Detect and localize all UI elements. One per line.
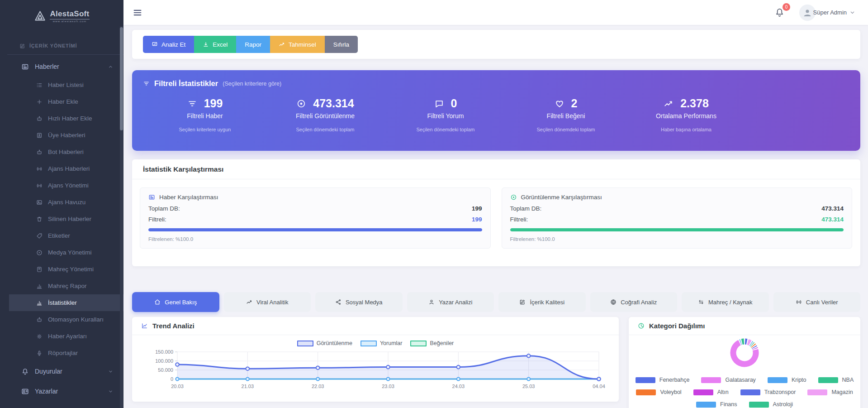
tab-coğrafi-analiz[interactable]: Coğrafi Analiz <box>590 292 678 312</box>
newspaper-icon <box>148 194 155 201</box>
compare-row-value: 199 <box>472 205 482 212</box>
eye-target-icon <box>510 194 517 201</box>
svg-text:21.03: 21.03 <box>242 384 254 389</box>
stat-ortalama-performans: 2.378Ortalama PerformansHaber başına ort… <box>626 97 746 132</box>
sidebar-item-mahreç-yönetimi[interactable]: Mahreç Yönetimi <box>0 261 123 278</box>
legend-altın[interactable]: Altın <box>693 389 729 395</box>
sidebar-item-bot-haberleri[interactable]: Bot Haberleri <box>0 144 123 160</box>
legend-swatch <box>693 389 713 395</box>
filtered-stats-panel: Filtreli İstatistikler (Seçilen kriterle… <box>132 70 860 151</box>
sidebar-item-mahreç-rapor[interactable]: Mahreç Rapor <box>0 278 123 294</box>
hamburger-menu-icon[interactable] <box>133 8 142 18</box>
compare-progress-track <box>148 228 482 231</box>
list-icon <box>36 82 43 88</box>
sidebar-item-i-statistikler[interactable]: İstatistikler <box>9 294 123 311</box>
legend-görüntülenme[interactable]: Görüntülenme <box>297 340 352 346</box>
legend-magazin[interactable]: Magazin <box>807 389 853 395</box>
legend-beğeniler[interactable]: Beğeniler <box>410 340 454 346</box>
sidebar-item-ajans-havuzu[interactable]: Ajans Havuzu <box>0 194 123 211</box>
sidebar-item-haber-ekle[interactable]: Haber Ekle <box>0 93 123 110</box>
donut-segment-galatasaray[interactable] <box>733 343 756 364</box>
sidebar-scrollbar-thumb[interactable] <box>120 27 123 130</box>
sidebar-item-haberler[interactable]: Haberler <box>0 57 123 77</box>
sidebar-item-ajans-haberleri[interactable]: Ajans Haberleri <box>0 160 123 177</box>
donut-segment-magazin[interactable] <box>748 342 750 343</box>
legend-voleybol[interactable]: Voleybol <box>636 389 681 395</box>
legend-fenerbahçe[interactable]: Fenerbahçe <box>636 377 690 383</box>
compare-haber-karşılaştırması: Haber KarşılaştırmasıToplam DB:199Filtre… <box>140 187 491 249</box>
filtered-stats-subtitle: (Seçilen kriterlere göre) <box>223 81 281 87</box>
legend-swatch <box>749 402 769 408</box>
donut-segment-nba[interactable] <box>752 344 753 345</box>
legend-trabzonspor[interactable]: Trabzonspor <box>740 389 796 395</box>
donut-segment-kripto[interactable] <box>751 343 751 344</box>
sidebar-item-ajans-yönetimi[interactable]: Ajans Yönetimi <box>0 177 123 194</box>
tab-canlı-veriler[interactable]: Canlı Veriler <box>773 292 861 312</box>
donut-segment-fenerbahçe[interactable] <box>745 341 747 342</box>
legend-kripto[interactable]: Kripto <box>768 377 806 383</box>
chevron-down-icon <box>108 369 114 374</box>
broadcast-icon <box>36 182 43 189</box>
sidebar-item-medya-yönetimi[interactable]: Medya Yönetimi <box>0 244 123 261</box>
action-button-group: Analiz EtExcelRaporTahminselSıfırla <box>143 36 358 53</box>
legend-swatch <box>701 377 721 383</box>
legend-nba[interactable]: NBA <box>818 377 854 383</box>
tab-i-çerik-kalitesi[interactable]: İçerik Kalitesi <box>498 292 586 312</box>
category-legend-row: FinansAstroloji <box>696 401 793 408</box>
donut-segment-trabzonspor[interactable] <box>754 347 754 347</box>
sidebar-item-silinen-haberler[interactable]: Silinen Haberler <box>0 211 123 227</box>
legend-astroloji[interactable]: Astroloji <box>749 401 793 408</box>
sıfırla-button[interactable]: Sıfırla <box>325 36 358 53</box>
compare-progress-fill <box>148 228 482 231</box>
tab-genel-bakış[interactable]: Genel Bakış <box>132 292 219 312</box>
category-legend-row: VoleybolAltınTrabzonsporMagazin <box>636 389 853 395</box>
legend-galatasaray[interactable]: Galatasaray <box>701 377 755 383</box>
sidebar-item-hızlı-haber-ekle[interactable]: Hızlı Haber Ekle <box>0 110 123 127</box>
tahminsel-button[interactable]: Tahminsel <box>270 36 325 53</box>
stat-value: 0 <box>451 97 457 110</box>
donut-segment-astroloji[interactable] <box>742 341 744 342</box>
notification-count-badge: 0 <box>783 3 790 11</box>
home-icon <box>154 299 161 305</box>
category-legend: FenerbahçeGalatasarayKriptoNBAVoleybolAl… <box>629 377 860 408</box>
tab-mahreç-kaynak[interactable]: Mahreç / Kaynak <box>682 292 769 312</box>
sidebar-item-hidden[interactable] <box>0 401 123 408</box>
sidebar-item-label: Bot Haberleri <box>48 149 84 155</box>
sidebar-item-etiketler[interactable]: Etiketler <box>0 227 123 244</box>
sidebar-item-üye-haberleri[interactable]: Üye Haberleri <box>0 127 123 144</box>
legend-label: Fenerbahçe <box>659 377 690 383</box>
sidebar-item-yazarlar[interactable]: Yazarlar <box>0 381 123 401</box>
legend-yorumlar[interactable]: Yorumlar <box>360 340 403 346</box>
robot-icon <box>36 317 43 323</box>
legend-label: Astroloji <box>773 401 793 408</box>
compare-title: Görüntülenme Karşılaştırması <box>521 194 602 201</box>
brand-name: AlestaSoft <box>50 10 89 19</box>
chart-line-icon <box>141 322 148 329</box>
legend-label: NBA <box>842 377 854 383</box>
category-legend-row: FenerbahçeGalatasarayKriptoNBA <box>636 377 854 383</box>
excel-button[interactable]: Excel <box>194 36 236 53</box>
donut-segment-voleybol[interactable] <box>753 346 754 346</box>
monitor-icon <box>152 41 158 48</box>
tab-yazar-analizi[interactable]: Yazar Analizi <box>407 292 494 312</box>
svg-text:22.03: 22.03 <box>312 384 324 389</box>
legend-finans[interactable]: Finans <box>696 401 737 408</box>
sidebar-section-title: İÇERİK YÖNETİMİ <box>0 42 123 50</box>
sidebar-item-haber-listesi[interactable]: Haber Listesi <box>0 77 123 93</box>
button-label: Excel <box>213 41 228 48</box>
tab-sosyal-medya[interactable]: Sosyal Medya <box>315 292 403 312</box>
sidebar-item-label: Haber Listesi <box>48 82 84 88</box>
rapor-button[interactable]: Rapor <box>236 36 270 53</box>
stat-value: 2 <box>571 97 578 110</box>
brand-logo[interactable]: AlestaSoft www.alestasoft.com <box>0 0 123 32</box>
sidebar-item-röportajlar[interactable]: Röportajlar <box>0 345 123 361</box>
bar-chart-icon <box>36 300 43 306</box>
analiz-et-button[interactable]: Analiz Et <box>143 36 194 53</box>
legend-swatch <box>807 389 827 395</box>
sidebar-item-otomasyon-kuralları[interactable]: Otomasyon Kuralları <box>0 311 123 328</box>
sidebar-item-duyurular[interactable]: Duyurular <box>0 361 123 381</box>
user-menu[interactable]: Süper Admin <box>813 0 847 25</box>
tab-viral-analitik[interactable]: Viral Analitik <box>224 292 311 312</box>
compare-caption: Filtrelenen: %100.0 <box>148 236 482 242</box>
sidebar-item-haber-ayarları[interactable]: Haber Ayarları <box>0 328 123 345</box>
